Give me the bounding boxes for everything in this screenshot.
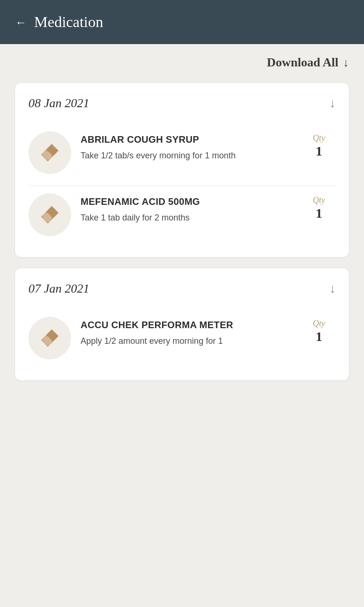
qty-value-1-0: 1 bbox=[316, 329, 322, 345]
medication-item-0-1: MEFENAMIC ACID 500MG Take 1 tab daily fo… bbox=[28, 185, 336, 244]
pill-icon-0-1 bbox=[28, 193, 71, 236]
card-download-icon-1[interactable]: ↓ bbox=[329, 282, 336, 296]
page-title: Medication bbox=[34, 13, 103, 31]
medication-name-0-1: MEFENAMIC ACID 500MG bbox=[81, 195, 293, 208]
download-all-icon: ↓ bbox=[343, 56, 349, 69]
medication-qty-1-0: Qty 1 bbox=[302, 317, 336, 345]
qty-value-0-0: 1 bbox=[316, 143, 322, 159]
main-content: Download All ↓ 08 Jan 2021 ↓ ABRILAR COU… bbox=[0, 44, 364, 403]
date-card-0: 08 Jan 2021 ↓ ABRILAR COUGH SYRUP Take 1… bbox=[15, 83, 349, 257]
pill-icon-0-0 bbox=[28, 131, 71, 174]
qty-label-1-0: Qty bbox=[313, 319, 325, 329]
pill-icon-1-0 bbox=[28, 317, 71, 359]
medication-info-0-0: ABRILAR COUGH SYRUP Take 1/2 tab/s every… bbox=[81, 131, 293, 162]
medication-item-1-0: ACCU CHEK PERFORMA METER Apply 1/2 amoun… bbox=[28, 309, 336, 367]
app-header: ← Medication bbox=[0, 0, 364, 44]
date-label-0: 08 Jan 2021 bbox=[28, 96, 90, 110]
qty-label-0-0: Qty bbox=[313, 133, 325, 143]
medication-info-0-1: MEFENAMIC ACID 500MG Take 1 tab daily fo… bbox=[81, 193, 293, 224]
cards-container: 08 Jan 2021 ↓ ABRILAR COUGH SYRUP Take 1… bbox=[15, 83, 349, 380]
medication-instruction-0-0: Take 1/2 tab/s every morning for 1 month bbox=[81, 149, 293, 162]
back-icon[interactable]: ← bbox=[15, 17, 27, 28]
download-all-label: Download All bbox=[267, 55, 338, 70]
medication-item-0-0: ABRILAR COUGH SYRUP Take 1/2 tab/s every… bbox=[28, 124, 336, 182]
medication-info-1-0: ACCU CHEK PERFORMA METER Apply 1/2 amoun… bbox=[81, 317, 293, 348]
download-all-row: Download All ↓ bbox=[15, 55, 349, 70]
medication-instruction-0-1: Take 1 tab daily for 2 months bbox=[81, 212, 293, 224]
medication-instruction-1-0: Apply 1/2 amount every morning for 1 bbox=[81, 335, 293, 348]
date-card-1: 07 Jan 2021 ↓ ACCU CHEK PERFORMA METER A… bbox=[15, 268, 349, 380]
qty-label-0-1: Qty bbox=[313, 195, 325, 205]
medication-name-0-0: ABRILAR COUGH SYRUP bbox=[81, 133, 293, 146]
card-download-icon-0[interactable]: ↓ bbox=[329, 96, 336, 110]
medication-name-1-0: ACCU CHEK PERFORMA METER bbox=[81, 319, 293, 331]
medication-qty-0-1: Qty 1 bbox=[302, 193, 336, 221]
qty-value-0-1: 1 bbox=[316, 205, 322, 221]
medication-qty-0-0: Qty 1 bbox=[302, 131, 336, 159]
download-all-button[interactable]: Download All ↓ bbox=[267, 55, 349, 70]
date-label-1: 07 Jan 2021 bbox=[28, 282, 90, 296]
